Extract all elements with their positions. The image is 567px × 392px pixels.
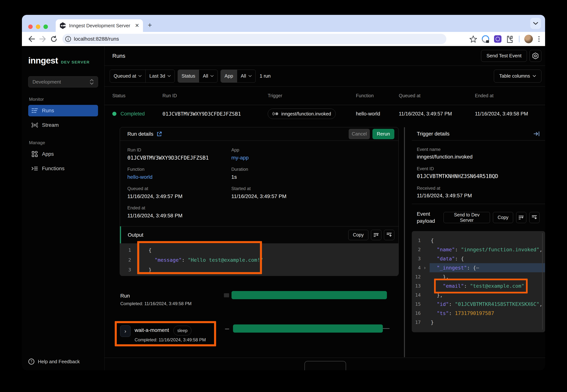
- field-label: Event ID: [417, 166, 541, 171]
- password-manager-extension-icon[interactable]: [482, 35, 489, 43]
- browser-tab[interactable]: Inngest Development Server ✕: [56, 19, 143, 32]
- event-payload-header: Event payload Send to Dev Server Copy: [412, 204, 545, 231]
- column-header-trigger[interactable]: Trigger: [268, 93, 356, 98]
- reload-button[interactable]: [49, 34, 59, 44]
- sidebar-item-label: Stream: [42, 122, 59, 128]
- payload-copy-button[interactable]: Copy: [493, 212, 513, 223]
- app-link[interactable]: my-app: [231, 155, 398, 161]
- status-dot-completed: [112, 112, 116, 116]
- address-bar[interactable]: localhost:8288/runs: [62, 34, 446, 44]
- trigger-fields: Event nameinngest/function.invoked Event…: [412, 140, 545, 199]
- word-wrap-icon: [519, 215, 524, 220]
- expand-step-button[interactable]: ›: [120, 325, 130, 337]
- status-filter-dropdown[interactable]: All: [199, 70, 217, 83]
- browser-window: Inngest Development Server ✕ + localhost…: [22, 15, 545, 370]
- scroll-down-icon: [532, 215, 537, 220]
- sidebar-item-stream[interactable]: Stream: [28, 119, 98, 131]
- app-filter-dropdown[interactable]: All: [237, 70, 255, 83]
- send-test-event-button[interactable]: Send Test Event: [481, 50, 527, 62]
- step-timeline-bar[interactable]: [233, 324, 383, 333]
- browser-menu-icon[interactable]: [538, 35, 540, 42]
- function-link[interactable]: hello-world: [127, 174, 231, 180]
- event-payload-title: Event payload: [417, 210, 440, 224]
- table-header: Status Run ID Trigger Function Queued at…: [104, 86, 545, 105]
- settings-button[interactable]: [529, 50, 541, 62]
- code-line-17: 17}: [412, 318, 545, 327]
- trigger-details-title: Trigger details: [417, 131, 450, 137]
- run-timeline-bar[interactable]: [231, 291, 387, 299]
- trigger-details-panel: Trigger details Event nameinngest/functi…: [412, 127, 545, 358]
- column-header-status[interactable]: Status: [112, 93, 162, 98]
- column-header-ended-at[interactable]: Ended at: [475, 93, 545, 98]
- rerun-button[interactable]: Rerun: [372, 129, 394, 139]
- table-row[interactable]: Completed 01JCVBTMV3WXY9D3CFDEJFZSB1 inn…: [104, 105, 545, 123]
- event-pulse-icon: [272, 112, 279, 116]
- output-copy-button[interactable]: Copy: [348, 230, 368, 240]
- environment-selector[interactable]: Development: [28, 76, 98, 87]
- event-payload-code-block: 1{2 "name": "inngest/function.invoked",3…: [412, 231, 545, 332]
- cancel-button[interactable]: Cancel: [349, 129, 370, 139]
- load-more-button-partial[interactable]: [304, 361, 346, 370]
- field-label: App: [231, 147, 398, 153]
- time-field-dropdown[interactable]: Queued at: [110, 70, 145, 83]
- send-to-dev-server-button[interactable]: Send to Dev Server: [443, 212, 490, 223]
- column-header-run-id[interactable]: Run ID: [162, 93, 268, 98]
- gear-icon: [532, 53, 539, 59]
- sidebar-item-runs[interactable]: Runs: [28, 105, 98, 116]
- sidebar: inngest DEV SERVER Development Monitor R…: [22, 46, 104, 370]
- row-ended-at: 11/16/2024, 3:49:58 PM: [475, 111, 545, 117]
- browser-tab-strip: Inngest Development Server ✕ +: [22, 15, 545, 32]
- close-window-button[interactable]: [28, 25, 33, 29]
- purple-extension-icon[interactable]: [494, 35, 501, 43]
- table-columns-button[interactable]: Table columns: [494, 70, 541, 83]
- time-range-dropdown[interactable]: Last 3d: [145, 70, 174, 83]
- word-wrap-button[interactable]: [371, 230, 381, 240]
- apps-icon: [31, 151, 38, 157]
- row-queued-at: 11/16/2024, 3:49:57 PM: [399, 111, 475, 117]
- trigger-event-badge[interactable]: inngest/function.invoked: [268, 109, 336, 119]
- queued-at-value: 11/16/2024, 3:49:57 PM: [127, 193, 231, 199]
- arrow-to-bar-icon: [534, 131, 539, 136]
- status-filter-label: Status: [178, 70, 199, 83]
- zoom-window-button[interactable]: [43, 25, 48, 29]
- payload-scrollbar[interactable]: [542, 233, 543, 330]
- chevron-down-icon: [533, 75, 536, 77]
- row-status: Completed: [120, 111, 145, 117]
- column-header-queued-at[interactable]: Queued at: [399, 93, 475, 98]
- bookmark-star-icon[interactable]: [469, 35, 477, 42]
- extensions-puzzle-icon[interactable]: [506, 35, 514, 43]
- minimize-window-button[interactable]: [36, 25, 40, 29]
- column-header-function[interactable]: Function: [356, 93, 399, 98]
- field-label: Function: [127, 167, 231, 172]
- fold-chevron-icon[interactable]: ›: [421, 265, 429, 271]
- payload-scroll-to-bottom-button[interactable]: [529, 212, 539, 223]
- back-button[interactable]: [27, 34, 36, 44]
- code-line-4[interactable]: 4› "_inngest": {⋯: [412, 263, 545, 272]
- profile-avatar[interactable]: [524, 35, 533, 43]
- new-tab-button[interactable]: +: [147, 22, 153, 28]
- payload-word-wrap-button[interactable]: [516, 212, 526, 223]
- collapse-panel-button[interactable]: [534, 131, 539, 136]
- sidebar-item-functions[interactable]: Functions: [28, 163, 98, 174]
- chevron-down-icon: [138, 75, 142, 77]
- site-info-icon[interactable]: [65, 36, 71, 42]
- chevron-down-icon: [168, 75, 171, 77]
- sidebar-item-label: Apps: [42, 151, 54, 157]
- external-link-icon[interactable]: [157, 131, 162, 137]
- scroll-to-bottom-button[interactable]: [384, 230, 394, 240]
- tab-search-chevron-button[interactable]: [530, 18, 541, 29]
- help-and-feedback[interactable]: ? Help and Feedback: [28, 358, 80, 365]
- code-line-16: 16 "ts": 1731790197587: [412, 309, 545, 318]
- field-label: Event name: [417, 147, 541, 152]
- sidebar-item-apps[interactable]: Apps: [28, 148, 98, 160]
- details-scrollbar[interactable]: [404, 127, 405, 357]
- forward-button[interactable]: [38, 34, 47, 44]
- code-line-2: 2 "message": "Hello test@example.com!": [120, 255, 398, 265]
- sidebar-section-manage: Manage: [28, 140, 98, 145]
- run-expanded-details: Run details Cancel Rerun Run ID01JCVBTMV…: [104, 123, 545, 370]
- app-filter: App All: [221, 70, 255, 83]
- scroll-down-icon: [386, 233, 392, 238]
- app-filter-label: App: [221, 70, 237, 83]
- tab-close-icon[interactable]: ✕: [135, 23, 139, 28]
- word-wrap-icon: [374, 233, 379, 237]
